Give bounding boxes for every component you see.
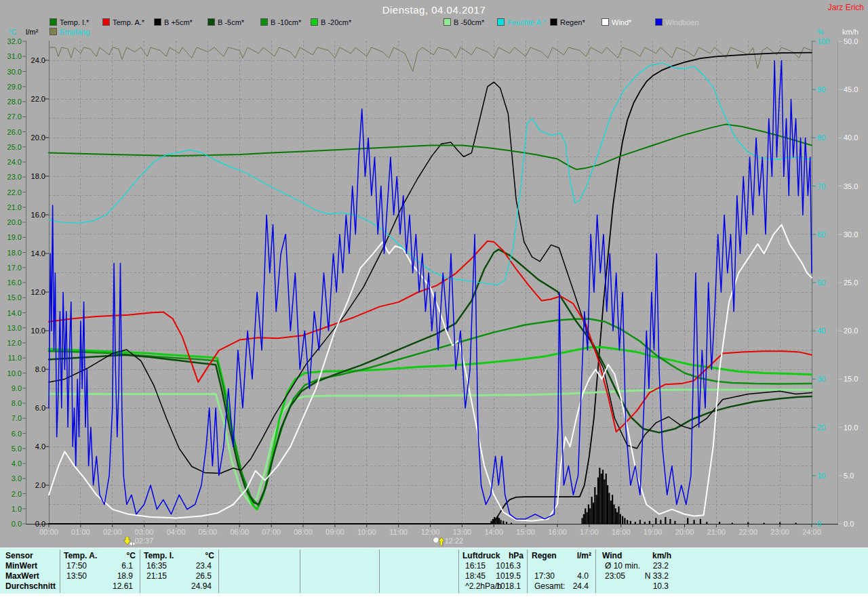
x-tick-23:00: 23:00 xyxy=(765,528,795,536)
tick-label-ylabels-temp-21.0: 21.0 xyxy=(3,203,22,211)
tick-label-ylabels-rain-2.0: 2.0 xyxy=(27,481,45,489)
series-regen-bar xyxy=(610,501,612,524)
series-regen-bar xyxy=(581,518,583,524)
table-header-unit-empty-2 xyxy=(416,551,455,560)
table-header-unit-wind: km/h xyxy=(633,551,671,560)
right-axis-unit-pct: % xyxy=(817,28,824,36)
x-tick-20:00: 20:00 xyxy=(670,528,700,536)
table-cell-empty-2-value-0 xyxy=(414,561,452,571)
legend-label-regen: Regen* xyxy=(560,18,585,26)
legend-label-wind: Wind* xyxy=(612,18,631,26)
table-cell-regen-value-0 xyxy=(557,561,589,571)
tick-label-ylabels-temp-22.0: 22.0 xyxy=(3,188,22,197)
table-cell-empty-2-value-1 xyxy=(414,571,452,581)
tick-label-ylabels-temp-7.0: 7.0 xyxy=(3,414,22,422)
tick-label-ylabels-rain-22.0: 22.0 xyxy=(27,95,45,103)
tick-label-ylabels-kmh-0.0: 0.0 xyxy=(844,520,864,528)
tick-label-ylabels-temp-15.0: 15.0 xyxy=(3,293,22,302)
tick-label-ylabels-rain-6.0: 6.0 xyxy=(27,404,45,412)
tick-label-ylabels-pct-10: 10 xyxy=(817,472,835,480)
watermark-author: Jarz Erich xyxy=(828,3,864,12)
tick-label-ylabels-temp-0.0: 0.0 xyxy=(3,520,22,528)
x-tick-05:00: 05:00 xyxy=(193,528,222,536)
tick-label-ylabels-temp-17.0: 17.0 xyxy=(3,264,22,272)
series-regen-bar xyxy=(588,505,589,524)
table-cell-temp-a-value-1: 18.9 xyxy=(94,571,133,581)
series-regen-bar xyxy=(660,520,661,524)
table-separator xyxy=(60,550,60,593)
tick-label-ylabels-temp-25.0: 25.0 xyxy=(3,143,22,151)
table-cell-luftdruck-value-1: 1019.5 xyxy=(488,571,521,581)
tick-label-ylabels-temp-13.0: 13.0 xyxy=(3,324,22,332)
series-regen-bar xyxy=(644,522,646,524)
moonset-tick xyxy=(132,542,133,546)
table-row-label-sensor: Sensor xyxy=(5,551,58,560)
legend-swatch-b-plus5-icon xyxy=(154,18,161,26)
series-regen-bar xyxy=(649,521,650,524)
tick-label-ylabels-kmh-5.0: 5.0 xyxy=(844,472,864,480)
series-regen-bar xyxy=(618,506,619,524)
x-tick-21:00: 21:00 xyxy=(701,528,731,536)
series-regen-bar xyxy=(665,517,666,524)
legend-label-empfang: Empfang xyxy=(60,28,90,36)
legend-swatch-b-minus10-icon xyxy=(260,18,268,26)
tick-label-ylabels-kmh-15.0: 15.0 xyxy=(844,375,864,383)
legend-item-b-plus5: B +5cm* xyxy=(154,18,193,26)
table-header-unit-luftdruck: hPa xyxy=(490,551,524,560)
tick-label-ylabels-temp-11.0: 11.0 xyxy=(3,354,22,362)
x-tick-04:00: 04:00 xyxy=(161,528,191,536)
tick-label-ylabels-kmh-40.0: 40.0 xyxy=(844,133,864,142)
series-regen-bar xyxy=(506,522,507,524)
tick-label-ylabels-rain-14.0: 14.0 xyxy=(27,249,45,258)
series-regen-bar xyxy=(674,521,675,524)
statistics-table: SensorMinWertMaxWertDurchschnittTemp. A.… xyxy=(0,548,868,594)
legend-swatch-b-minus50-icon xyxy=(443,18,451,26)
table-cell-temp-i-value-0: 23.4 xyxy=(174,561,212,571)
legend-label-b-minus5: B -5cm* xyxy=(218,18,244,26)
x-tick-10:00: 10:00 xyxy=(352,528,382,536)
x-tick-01:00: 01:00 xyxy=(66,528,96,536)
table-header-unit-empty-1 xyxy=(336,551,376,560)
legend-swatch-windboeen-icon xyxy=(655,18,663,26)
tick-label-ylabels-temp-20.0: 20.0 xyxy=(3,218,22,226)
x-tick-03:00: 03:00 xyxy=(130,528,159,536)
series-regen-bar xyxy=(597,478,599,524)
tick-label-ylabels-rain-10.0: 10.0 xyxy=(27,327,45,335)
legend-swatch-temp-a-icon xyxy=(102,18,110,26)
tick-label-ylabels-temp-10.0: 10.0 xyxy=(3,369,22,377)
series-regen-bar xyxy=(615,508,616,524)
table-cell-empty-1-value-0 xyxy=(334,561,373,571)
tick-label-ylabels-temp-32.0: 32.0 xyxy=(3,37,22,45)
tick-label-ylabels-pct-40: 40 xyxy=(817,327,835,335)
x-tick-15:00: 15:00 xyxy=(511,528,540,536)
legend-swatch-wind-icon xyxy=(601,18,609,26)
series-regen-bar xyxy=(612,495,613,524)
table-cell-wind-value-2: 10.3 xyxy=(631,581,669,591)
table-cell-temp-a-value-0: 6.1 xyxy=(94,561,133,571)
table-row-label-minwert: MinWert xyxy=(5,561,58,571)
table-cell-temp-a-value-2: 12.61 xyxy=(94,581,133,591)
tick-label-ylabels-rain-12.0: 12.0 xyxy=(27,288,45,296)
series-regen-bar xyxy=(687,518,688,524)
series-regen-bar xyxy=(490,521,492,524)
table-cell-wind-value-0: 23.2 xyxy=(631,561,669,571)
tick-label-ylabels-temp-12.0: 12.0 xyxy=(3,339,22,347)
x-tick-00:00: 00:00 xyxy=(34,528,64,536)
table-separator xyxy=(527,550,528,593)
series-regen-bar xyxy=(732,523,733,524)
series-regen-bar xyxy=(630,521,631,524)
tick-label-ylabels-pct-20: 20 xyxy=(817,424,835,432)
series-regen-bar xyxy=(608,493,610,524)
legend-item-b-minus20: B -20cm* xyxy=(311,18,351,26)
legend-item-b-minus5: B -5cm* xyxy=(208,18,244,26)
tick-label-ylabels-kmh-30.0: 30.0 xyxy=(844,230,864,239)
table-separator xyxy=(218,550,219,593)
series-regen-bar xyxy=(589,508,591,524)
series-regen-bar xyxy=(747,522,749,524)
series-regen-bar xyxy=(606,474,607,524)
legend-swatch-temp-i-icon xyxy=(50,18,57,26)
tick-label-ylabels-pct-30: 30 xyxy=(817,375,835,383)
series-regen-bar xyxy=(492,519,494,524)
tick-label-ylabels-temp-30.0: 30.0 xyxy=(3,68,22,76)
tick-label-ylabels-kmh-45.0: 45.0 xyxy=(844,85,864,94)
